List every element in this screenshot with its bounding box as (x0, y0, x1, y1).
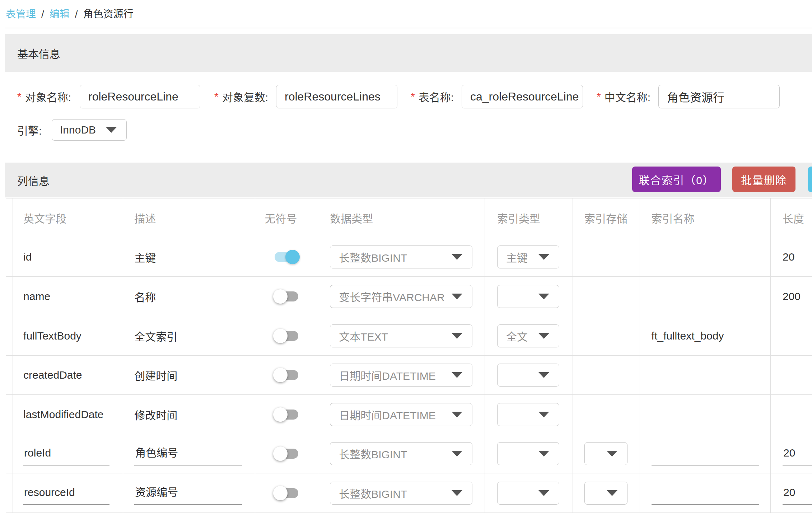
cell-unsigned (255, 237, 318, 277)
chevron-down-icon (607, 451, 617, 457)
cell-length-editable: 20 (770, 434, 812, 473)
row-gutter (6, 395, 13, 434)
breadcrumb-link-table-management[interactable]: 表管理 (6, 9, 36, 20)
cell-indexstorage (573, 277, 639, 316)
field-input[interactable]: resourceId (23, 481, 109, 505)
cell-indexname (639, 237, 770, 277)
cell-datatype: 长整数BIGINT (318, 237, 485, 277)
indexstorage-select[interactable] (584, 442, 627, 465)
cell-indextype (485, 395, 573, 434)
partial-button[interactable] (808, 167, 812, 192)
indextype-select[interactable] (497, 285, 559, 308)
cell-datatype: 日期时间DATETIME (318, 356, 485, 395)
required-asterisk: * (17, 90, 22, 103)
indexname-input[interactable] (652, 481, 759, 505)
cell-field: id (13, 237, 123, 277)
indextype-select[interactable]: 主键 (497, 245, 559, 268)
cell-indexname-editable (639, 473, 770, 513)
chinese-name-input[interactable]: 角色资源行 (658, 85, 780, 108)
indextype-select[interactable] (497, 482, 559, 505)
indexstorage-select[interactable] (584, 482, 627, 505)
cell-description: 名称 (123, 277, 255, 316)
row-gutter (6, 198, 13, 237)
indextype-select[interactable] (497, 442, 559, 465)
unsigned-toggle[interactable] (273, 250, 300, 264)
chevron-down-icon (452, 372, 462, 378)
cell-description-editable: 资源编号 (123, 473, 255, 513)
row-gutter (6, 434, 13, 473)
datatype-select[interactable]: 长整数BIGINT (330, 442, 472, 465)
cell-length (770, 356, 812, 395)
engine-select-value: InnoDB (60, 124, 96, 136)
row-gutter (6, 237, 13, 277)
cell-datatype: 长整数BIGINT (318, 434, 485, 473)
col-header-unsigned: 无符号 (255, 198, 318, 237)
breadcrumb-separator: / (41, 9, 44, 20)
field-input[interactable]: roleId (23, 442, 109, 465)
cell-indexstorage (573, 434, 639, 473)
unsigned-toggle[interactable] (273, 289, 300, 304)
length-input[interactable]: 20 (783, 442, 812, 465)
length-input[interactable]: 20 (783, 481, 812, 505)
indextype-select[interactable]: 全文 (497, 324, 559, 347)
chevron-down-icon (538, 254, 549, 260)
engine-select[interactable]: InnoDB (52, 119, 127, 141)
col-header-description: 描述 (123, 198, 255, 237)
union-index-button[interactable]: 联合索引（0） (632, 167, 721, 192)
table-name-input[interactable]: ca_roleResourceLine (462, 85, 583, 108)
datatype-select[interactable]: 日期时间DATETIME (330, 403, 472, 426)
cell-length-editable: 20 (770, 473, 812, 513)
cell-field: fullTextBody (13, 316, 123, 356)
cell-length (770, 395, 812, 434)
columns-title: 列信息 (17, 172, 50, 188)
unsigned-toggle[interactable] (273, 368, 300, 382)
col-header-datatype: 数据类型 (318, 198, 485, 237)
breadcrumb: 表管理/编辑/角色资源行 (6, 8, 134, 21)
table-row: id 主键 长整数BIGINT 主键 20 (6, 237, 812, 277)
unsigned-toggle[interactable] (273, 329, 300, 343)
cell-indexstorage (573, 473, 639, 513)
table-row: createdDate 创建时间 日期时间DATETIME (6, 356, 812, 395)
breadcrumb-link-edit[interactable]: 编辑 (50, 9, 70, 20)
datatype-select[interactable]: 变长字符串VARCHAR (330, 285, 472, 308)
chevron-down-icon (452, 294, 462, 299)
col-header-indexname: 索引名称 (639, 198, 770, 237)
batch-delete-button[interactable]: 批量删除 (732, 167, 795, 192)
datatype-select[interactable]: 长整数BIGINT (330, 482, 472, 505)
cell-indexname (639, 356, 770, 395)
description-input[interactable]: 资源编号 (134, 481, 242, 505)
row-gutter (6, 356, 13, 395)
cell-indextype (485, 473, 573, 513)
cell-field: createdDate (13, 356, 123, 395)
description-input[interactable]: 角色编号 (134, 442, 242, 465)
object-plural-label: *对象复数: (214, 85, 268, 108)
unsigned-toggle[interactable] (273, 407, 300, 422)
columns-section-header: 列信息 联合索引（0） 批量删除 (5, 163, 812, 197)
cell-description: 主键 (123, 237, 255, 277)
table-header-row: 英文字段 描述 无符号 数据类型 索引类型 索引存储 索引名称 长度 (6, 198, 812, 237)
cell-indexstorage (573, 395, 639, 434)
object-plural-input[interactable]: roleResourceLines (276, 85, 397, 108)
chevron-down-icon (538, 333, 549, 339)
indexname-input[interactable] (652, 442, 759, 465)
cell-description: 全文索引 (123, 316, 255, 356)
cell-length: 200 (770, 277, 812, 316)
indextype-select[interactable] (497, 364, 559, 387)
unsigned-toggle[interactable] (273, 446, 300, 461)
chevron-down-icon (106, 127, 117, 133)
unsigned-toggle[interactable] (273, 486, 300, 500)
datatype-select[interactable]: 日期时间DATETIME (330, 364, 472, 387)
object-name-input[interactable]: roleResourceLine (80, 85, 200, 108)
table-name-label: *表名称: (411, 85, 454, 108)
chevron-down-icon (452, 412, 462, 417)
datatype-select[interactable]: 长整数BIGINT (330, 245, 472, 268)
basic-info-title: 基本信息 (17, 45, 60, 61)
datatype-select[interactable]: 文本TEXT (330, 324, 472, 347)
required-asterisk: * (597, 90, 601, 103)
cell-indexname (639, 395, 770, 434)
chevron-down-icon (538, 412, 549, 417)
indextype-select[interactable] (497, 403, 559, 426)
cell-datatype: 变长字符串VARCHAR (318, 277, 485, 316)
cell-length: 20 (770, 237, 812, 277)
cell-datatype: 长整数BIGINT (318, 473, 485, 513)
